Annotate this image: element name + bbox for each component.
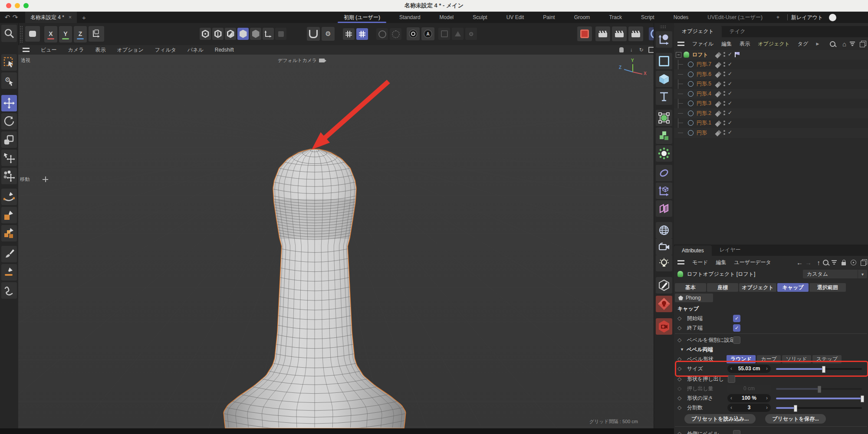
layout-tab-paint[interactable]: Paint [533,12,564,23]
keyframe-diamond-icon[interactable]: ◇ [677,356,681,362]
individual-bevel-checkbox[interactable]: ✓ [733,336,740,344]
om-menu-edit[interactable]: 編集 [721,40,732,48]
layout-tab-default[interactable]: 初期 (ユーザー) [334,12,390,23]
size-value[interactable]: 55.03 cm [738,365,760,372]
depth-value[interactable]: 100 % [742,395,756,401]
keyframe-diamond-icon[interactable]: ◇ [677,325,681,331]
subdivision-stepper[interactable]: ‹ 3 › [727,404,771,412]
attr-export-icon[interactable] [860,259,867,266]
object-label[interactable]: 円形.2 [697,110,711,117]
tweak-settings-icon[interactable] [452,28,464,40]
attr-target-icon[interactable] [850,259,857,266]
attr-filter-icon[interactable] [831,259,838,266]
viewport-hamburger-icon[interactable] [23,48,30,52]
keyframe-diamond-icon[interactable]: ◇ [677,315,681,321]
add-layout-button[interactable]: + [772,12,784,23]
snap-settings-icon[interactable]: ⚙ [322,27,335,41]
orbit-view-icon[interactable]: ↻ [638,46,644,53]
live-selection-tool[interactable] [1,54,17,71]
volume-axis-icon[interactable] [656,183,672,199]
outer-bevel-checkbox[interactable]: ✓ [733,430,740,434]
render-view-button[interactable] [577,26,592,41]
lock-x-axis-button[interactable]: X [44,26,57,42]
chevron-down-icon[interactable]: ▾ [858,270,867,278]
toolbar-grip[interactable] [20,26,23,43]
points-mode-button[interactable] [200,28,211,40]
tab-basic[interactable]: 基本 [675,283,706,292]
menu-view[interactable]: ビュー [41,46,57,54]
mograph-cloner-icon[interactable] [656,200,672,217]
keyframe-diamond-icon[interactable]: ◇ [677,395,681,401]
misc-settings-icon[interactable]: ⚙ [465,28,477,40]
viewport-canvas[interactable]: 透視 デフォルトカメラ 移動 Y Z X グリッド間隔 : 500 cm [18,55,654,428]
undo-icon[interactable]: ↶ [3,13,11,21]
start-cap-checkbox[interactable]: ✓ [733,315,740,322]
text-object-icon[interactable] [656,88,672,105]
tab-coordinates[interactable]: 座標 [707,283,738,292]
tab-object[interactable]: オブジェクト [739,283,776,292]
tree-row-circle6[interactable]: 円形.6✓ [674,69,868,79]
end-cap-checkbox[interactable]: ✓ [733,324,740,332]
shape-solid-button[interactable]: ソリッド [782,355,811,363]
projection-label[interactable]: 透視 [21,57,30,64]
menu-panel[interactable]: パネル [187,46,204,54]
layout-tab-script[interactable]: Script [631,12,664,23]
texture-mode-button[interactable] [250,28,261,40]
shape-step-button[interactable]: ステップ [812,355,842,363]
tree-row-circle1[interactable]: 円形.1✓ [674,118,868,128]
object-label[interactable]: ロフト [692,51,708,59]
object-label[interactable]: 円形.7 [697,61,711,68]
spline-primitives-icon[interactable] [656,53,672,69]
select-move-tool[interactable] [1,150,17,166]
om-export-icon[interactable] [859,40,866,47]
tab-selection[interactable]: 選択範囲 [809,283,846,292]
layout-tab-groom[interactable]: Groom [565,12,600,23]
object-label[interactable]: 円形.4 [697,90,711,98]
rotation-quantize-button[interactable] [390,28,401,40]
layout-tab-nodes[interactable]: Nodes [664,12,698,23]
pan-view-icon[interactable] [618,46,625,53]
spline-pen-icon[interactable] [656,31,672,48]
shape-curve-button[interactable]: カーブ [757,355,781,363]
collapse-arrow-icon[interactable]: ▼ [680,347,684,352]
layer-icon[interactable] [715,53,720,58]
layout-tab-standard[interactable]: Standard [390,12,430,23]
extrude-checkbox[interactable]: ✓ [728,375,735,383]
attr-back-icon[interactable]: ← [796,259,803,266]
subdivision-slider[interactable] [776,404,862,412]
object-label[interactable]: 円形.1 [697,119,711,127]
tree-row-loft[interactable]: ロフト ✓ [674,50,868,60]
depth-slider[interactable] [776,394,862,402]
workplane-grid-button[interactable] [343,28,355,40]
attr-lock-icon[interactable] [840,259,847,266]
simulation-toggle-icon[interactable] [407,27,420,40]
close-document-icon[interactable]: × [69,14,72,20]
brush-tool[interactable] [1,246,17,262]
attr-up-icon[interactable]: ↑ [817,259,821,266]
scale-tool[interactable] [1,131,17,148]
object-label[interactable]: 円形.6 [697,71,711,78]
sketch-spline-tool[interactable] [1,282,17,299]
keyframe-diamond-icon[interactable]: ◇ [677,431,681,434]
pen-line-tool[interactable] [1,264,17,281]
tree-row-circle5[interactable]: 円形.5✓ [674,79,868,89]
deformer-gear-icon[interactable] [656,145,672,162]
object-label[interactable]: 円形 [697,129,707,137]
object-axis-mode-button[interactable] [263,28,274,40]
layout-tab-model[interactable]: Model [430,12,464,23]
primitive-objects-icon[interactable] [656,71,672,87]
om-menu-overflow-icon[interactable]: ▶ [816,42,819,46]
camera-object-icon[interactable] [656,238,672,255]
attr-menu-edit[interactable]: 編集 [716,259,727,266]
shape-round-button[interactable]: ラウンド [727,355,756,363]
rotate-tool[interactable] [1,113,17,130]
layout-toggle-icon[interactable] [829,14,836,21]
document-tab[interactable]: 名称未設定 4 * × [25,12,77,23]
tab-layers[interactable]: レイヤー [712,244,749,256]
om-menu-view[interactable]: 表示 [740,40,750,48]
om-home-icon[interactable]: ⌂ [842,40,846,48]
menu-display[interactable]: 表示 [95,46,105,54]
enable-check-icon[interactable]: ✓ [728,51,732,57]
menu-camera[interactable]: カメラ [68,46,84,54]
new-layout-button[interactable]: 新レイアウト [791,14,823,21]
